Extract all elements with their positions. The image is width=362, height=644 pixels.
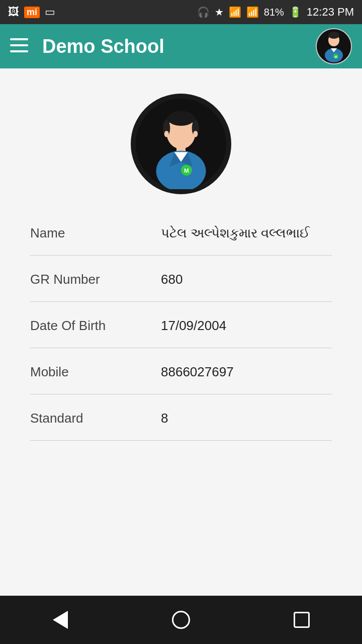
header-avatar-image: M bbox=[317, 29, 351, 63]
svg-rect-0 bbox=[10, 38, 28, 40]
app-title: Demo School bbox=[42, 36, 316, 57]
recents-button[interactable] bbox=[287, 605, 317, 635]
back-icon bbox=[53, 611, 68, 629]
main-content: M Name પટેલ અલ્પેશકુમાર વલ્લભાઈ GR Numbe… bbox=[0, 68, 362, 596]
svg-point-5 bbox=[328, 32, 339, 39]
status-icons-left: 🖼 mi ▭ bbox=[8, 6, 55, 19]
mi-icon: mi bbox=[24, 7, 40, 18]
dob-label: Date Of Birth bbox=[30, 318, 161, 334]
profile-avatar-image: M bbox=[136, 99, 226, 189]
bottom-nav bbox=[0, 596, 362, 644]
gr-number-label: GR Number bbox=[30, 272, 161, 287]
header-avatar[interactable]: M bbox=[316, 28, 352, 64]
standard-value: 8 bbox=[161, 411, 168, 426]
svg-text:M: M bbox=[184, 167, 189, 174]
status-bar: 🖼 mi ▭ 🎧 ★ 📶 📶 81% 🔋 12:23 PM bbox=[0, 0, 362, 24]
svg-text:M: M bbox=[335, 55, 337, 58]
bluetooth-icon: ★ bbox=[215, 6, 224, 18]
signal-icon: 📶 bbox=[246, 6, 259, 18]
name-label: Name bbox=[30, 225, 161, 241]
standard-label: Standard bbox=[30, 411, 161, 426]
svg-point-15 bbox=[167, 111, 195, 126]
recents-icon bbox=[294, 612, 310, 628]
name-value: પટેલ અલ્પેશકુમાર વલ્લભાઈ bbox=[161, 225, 310, 241]
battery-icon: 🔋 bbox=[289, 6, 302, 18]
svg-point-17 bbox=[193, 131, 198, 137]
profile-avatar-section: M bbox=[131, 94, 231, 194]
battery-percent: 81% bbox=[264, 7, 284, 18]
svg-rect-2 bbox=[10, 50, 28, 52]
mobile-value: 8866027697 bbox=[161, 364, 234, 380]
screen-icon: ▭ bbox=[45, 6, 55, 19]
time-display: 12:23 PM bbox=[307, 6, 354, 19]
back-button[interactable] bbox=[45, 605, 75, 635]
headphone-icon: 🎧 bbox=[197, 6, 210, 18]
info-table: Name પટેલ અલ્પેશકુમાર વલ્લભાઈ GR Number … bbox=[0, 209, 362, 441]
svg-point-16 bbox=[164, 131, 169, 137]
standard-row: Standard 8 bbox=[30, 394, 332, 441]
home-button[interactable] bbox=[166, 605, 196, 635]
dob-value: 17/09/2004 bbox=[161, 318, 226, 334]
mobile-label: Mobile bbox=[30, 364, 161, 380]
svg-rect-1 bbox=[10, 44, 28, 46]
home-icon bbox=[172, 611, 190, 629]
gr-number-row: GR Number 680 bbox=[30, 256, 332, 302]
dob-row: Date Of Birth 17/09/2004 bbox=[30, 302, 332, 348]
status-icons-right: 🎧 ★ 📶 📶 81% 🔋 12:23 PM bbox=[197, 6, 354, 19]
profile-avatar-circle: M bbox=[131, 94, 231, 194]
photo-icon: 🖼 bbox=[8, 6, 19, 19]
wifi-icon: 📶 bbox=[229, 6, 241, 18]
gr-number-value: 680 bbox=[161, 272, 183, 287]
name-row: Name પટેલ અલ્પેશકુમાર વલ્લભાઈ bbox=[30, 209, 332, 256]
mobile-row: Mobile 8866027697 bbox=[30, 348, 332, 394]
hamburger-menu-icon[interactable] bbox=[10, 38, 28, 55]
app-bar: Demo School M bbox=[0, 24, 362, 68]
